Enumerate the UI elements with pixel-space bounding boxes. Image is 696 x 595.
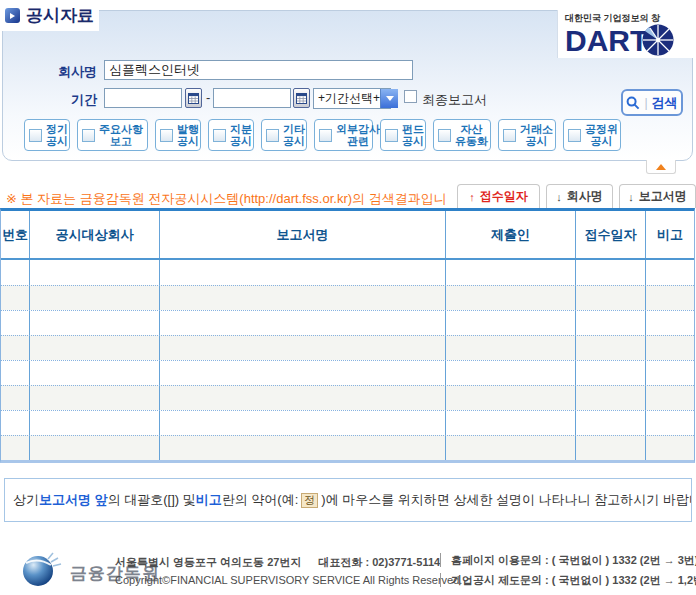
period-select[interactable]: +기간선택+ [313, 88, 391, 109]
date-from-input[interactable] [104, 88, 182, 108]
date-range-separator: - [206, 90, 210, 105]
footnote-remarks-link: 비고 [196, 491, 222, 509]
calendar-from-button[interactable] [185, 88, 202, 108]
table-cell [160, 260, 446, 285]
table-cell [1, 361, 30, 385]
category-checkbox-asset-securitization[interactable]: 자산유동화 [433, 119, 491, 151]
search-button[interactable]: | 검색 [621, 89, 683, 116]
table-cell [1, 386, 30, 410]
sort-tab-company-name[interactable]: ↓ 회사명 [546, 184, 613, 208]
collapse-panel-button[interactable] [646, 160, 676, 174]
fss-logo-icon [20, 549, 62, 589]
table-cell [576, 436, 646, 460]
table-cell [30, 336, 160, 360]
category-checkbox-equity[interactable]: 지분공시 [208, 119, 254, 151]
table-row [1, 310, 694, 335]
category-checkbox-ftc[interactable]: 공정위공시 [563, 119, 621, 151]
results-table: 번호 공시대상회사 보고서명 제출인 접수일자 비고 [0, 208, 695, 463]
table-cell [160, 286, 446, 310]
checkbox-icon [568, 129, 581, 142]
date-to-input[interactable] [213, 88, 291, 108]
table-cell [646, 286, 694, 310]
table-row [1, 360, 694, 385]
table-cell [446, 386, 576, 410]
table-cell [30, 411, 160, 435]
category-checkbox-external-audit[interactable]: 외부감사관련 [314, 119, 373, 151]
sort-tab-receipt-date[interactable]: ↑ 접수일자 [457, 184, 540, 208]
column-header-report: 보고서명 [160, 211, 446, 258]
table-row [1, 335, 694, 360]
dart-logo: 대한민국 기업정보의 창 DART [557, 10, 696, 58]
footer-address: 서울특별시 영등포구 여의도동 27번지 [115, 556, 301, 568]
table-row [1, 260, 694, 285]
table-cell [646, 260, 694, 285]
chevron-down-icon [380, 89, 398, 108]
checkbox-icon [29, 129, 42, 142]
title-bullet-icon [5, 8, 20, 23]
category-checkbox-exchange[interactable]: 거래소공시 [498, 119, 556, 151]
footer-telephone: 대표전화 : 02)3771-5114 [318, 556, 440, 568]
arrow-up-icon: ↑ [469, 191, 475, 203]
column-header-receipt-date: 접수일자 [576, 211, 646, 258]
checkbox-icon [438, 129, 451, 142]
arrow-down-icon: ↓ [556, 191, 562, 203]
calendar-icon [188, 92, 199, 104]
search-button-label: 검색 [652, 94, 678, 112]
category-checkbox-major-issues[interactable]: 주요사항보고 [77, 119, 148, 151]
page-title-block: 공시자료 [0, 0, 99, 31]
category-checkbox-issuance[interactable]: 발행공시 [155, 119, 201, 151]
column-header-submitter: 제출인 [446, 211, 576, 258]
footer-address-line: 서울특별시 영등포구 여의도동 27번지 대표전화 : 02)3771-5114 [115, 555, 440, 570]
dart-wordmark: DART [565, 26, 648, 56]
period-select-value: +기간선택+ [314, 89, 380, 108]
checkbox-icon [160, 129, 173, 142]
table-cell [446, 411, 576, 435]
search-button-divider: | [644, 96, 647, 110]
final-report-checkbox[interactable] [404, 90, 417, 103]
sort-tab-report-name[interactable]: ↓ 보고서명 [619, 184, 696, 208]
column-header-remarks: 비고 [646, 211, 694, 258]
calendar-icon [296, 92, 307, 104]
table-cell [646, 386, 694, 410]
table-cell [646, 336, 694, 360]
column-header-number: 번호 [1, 211, 30, 258]
table-cell [30, 260, 160, 285]
arrow-down-icon: ↓ [628, 191, 634, 203]
company-name-input[interactable] [104, 60, 413, 80]
calendar-to-button[interactable] [293, 88, 310, 108]
category-checkbox-other[interactable]: 기타공시 [261, 119, 307, 151]
chevron-up-icon [656, 164, 666, 170]
table-cell [1, 260, 30, 285]
category-checkbox-fund[interactable]: 펀드공시 [380, 119, 426, 151]
table-cell [160, 311, 446, 335]
table-cell [160, 336, 446, 360]
search-icon [626, 96, 640, 110]
table-cell [1, 311, 30, 335]
table-cell [30, 386, 160, 410]
table-cell [160, 436, 446, 460]
table-cell [576, 336, 646, 360]
table-cell [30, 311, 160, 335]
footnote: 상기 보고서명 앞의 대괄호([]) 및 비고란의 약어(예: 정)에 마우스를… [4, 478, 692, 522]
category-checkbox-regular[interactable]: 정기공시 [24, 119, 70, 151]
table-cell [1, 336, 30, 360]
table-cell [160, 411, 446, 435]
page-title: 공시자료 [26, 4, 94, 27]
table-row [1, 285, 694, 310]
table-cell [646, 411, 694, 435]
checkbox-icon [82, 129, 95, 142]
table-cell [446, 286, 576, 310]
results-table-body [1, 260, 694, 460]
table-cell [446, 361, 576, 385]
table-cell [30, 361, 160, 385]
disclosure-search-page: 공시자료 대한민국 기업정보의 창 DART 회사명 기간 [0, 0, 696, 595]
table-cell [446, 336, 576, 360]
table-row [1, 410, 694, 435]
period-label: 기간 [55, 91, 97, 109]
table-cell [160, 386, 446, 410]
footer-contact-homepage: 홈페이지 이용문의 : ( 국번없이 ) 1332 (2번 → 3번) [440, 553, 696, 567]
table-cell [30, 286, 160, 310]
table-cell [160, 361, 446, 385]
column-header-company: 공시대상회사 [30, 211, 160, 258]
final-report-label: 최종보고서 [422, 91, 487, 109]
